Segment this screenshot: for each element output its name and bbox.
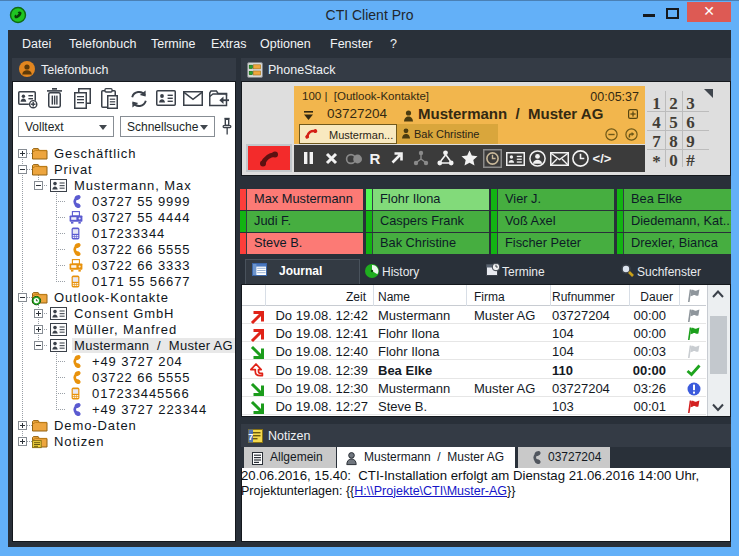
svg-text:R: R [370,150,381,167]
svg-text:</>: </> [593,151,612,166]
svg-text:7: 7 [248,432,253,442]
